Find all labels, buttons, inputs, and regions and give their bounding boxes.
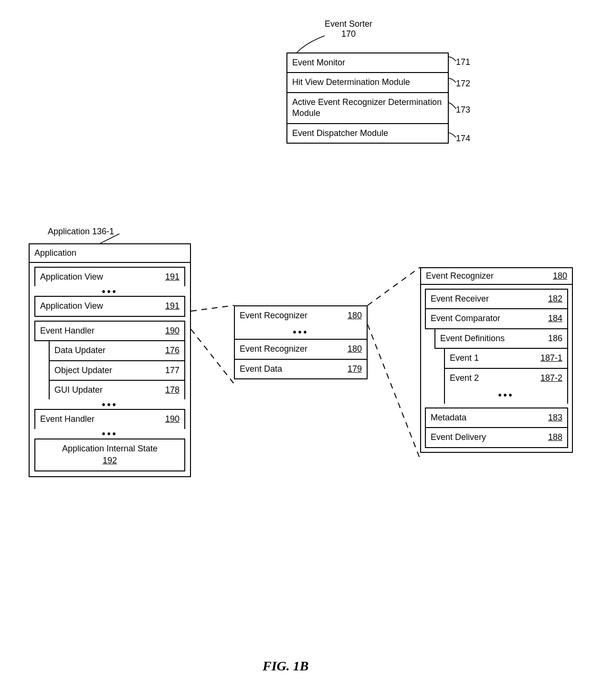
app-view-row-1: Application View 191 bbox=[34, 267, 185, 287]
app-view-2-ref: 191 bbox=[165, 301, 180, 312]
er-inner: Event Receiver 182 Event Comparator 184 … bbox=[421, 289, 572, 452]
active-recognizer-row: Active Event Recognizer Determination Mo… bbox=[286, 92, 449, 124]
app-view-row-2: Application View 191 bbox=[34, 296, 185, 316]
application-stack: Application View 191 ••• Application Vie… bbox=[30, 267, 190, 476]
event-sorter-ref-text: 170 bbox=[325, 29, 372, 39]
event-handler-label: Event Handler bbox=[40, 325, 95, 336]
app-view-1-label: Application View bbox=[40, 272, 103, 282]
vd-rec-1-ref: 180 bbox=[348, 310, 362, 321]
vd-data-label: Event Data bbox=[240, 364, 282, 375]
leader-171 bbox=[449, 57, 456, 61]
er-e1-label: Event 1 bbox=[450, 353, 479, 364]
ellipsis-icon: ••• bbox=[498, 390, 514, 401]
er-comparator: Event Comparator 184 bbox=[425, 308, 568, 329]
er-header: Event Recognizer 180 bbox=[421, 268, 572, 285]
er-event-1: Event 1 187-1 bbox=[444, 348, 568, 368]
er-receiver: Event Receiver 182 bbox=[425, 289, 568, 309]
vd-event-data: Event Data 179 bbox=[234, 359, 368, 379]
data-updater-ref: 176 bbox=[165, 345, 180, 356]
vd-recognizer-2: Event Recognizer 180 bbox=[234, 339, 368, 359]
dash-er-bottom bbox=[368, 324, 420, 459]
ellipsis-icon: ••• bbox=[102, 399, 117, 410]
er-comparator-label: Event Comparator bbox=[431, 313, 500, 324]
diagram-canvas: Event Sorter 170 Event Monitor Hit View … bbox=[10, 10, 582, 687]
event-handler-ref: 190 bbox=[165, 325, 180, 336]
figure-caption: FIG. 1B bbox=[263, 658, 308, 674]
event-handler-2-ref: 190 bbox=[165, 414, 180, 425]
app-view-2-label: Application View bbox=[40, 301, 103, 312]
er-e2-label: Event 2 bbox=[450, 373, 479, 384]
ref-171: 171 bbox=[456, 57, 470, 67]
ellipsis-icon: ••• bbox=[293, 327, 308, 338]
event-monitor-row: Event Monitor bbox=[286, 52, 449, 73]
er-receiver-label: Event Receiver bbox=[431, 293, 489, 304]
er-e2-ref: 187-2 bbox=[540, 373, 562, 384]
event-handler-2-label: Event Handler bbox=[40, 414, 95, 425]
event-recognizer-box: Event Recognizer 180 Event Receiver 182 … bbox=[420, 267, 573, 453]
vd-data-ref: 179 bbox=[348, 364, 362, 375]
event-sorter-box: Event Monitor Hit View Determination Mod… bbox=[286, 52, 449, 144]
object-updater-ref: 177 bbox=[165, 365, 180, 376]
ellipsis-icon: ••• bbox=[102, 428, 117, 439]
event-sorter-title-text: Event Sorter bbox=[325, 19, 372, 29]
er-ref: 180 bbox=[553, 271, 567, 281]
event-handler-row: Event Handler 190 bbox=[34, 321, 185, 341]
object-updater-row: Object Updater 177 bbox=[49, 360, 185, 381]
leader-173 bbox=[449, 103, 456, 109]
gui-updater-ref: 178 bbox=[165, 385, 180, 396]
app-view-ellipsis: ••• bbox=[34, 286, 185, 297]
application-ext-label: Application 136-1 bbox=[48, 227, 114, 237]
internal-state-row: Application Internal State 192 bbox=[34, 439, 185, 471]
er-comparator-ref: 184 bbox=[548, 313, 562, 324]
eh-ellipsis-2: ••• bbox=[34, 429, 185, 439]
gui-updater-label: GUI Updater bbox=[54, 385, 103, 396]
vd-rec-1-label: Event Recognizer bbox=[240, 310, 307, 321]
app-view-1-ref: 191 bbox=[165, 272, 180, 282]
vd-ellipsis: ••• bbox=[234, 325, 368, 340]
er-receiver-ref: 182 bbox=[548, 293, 562, 304]
er-delivery: Event Delivery 188 bbox=[425, 427, 568, 448]
internal-state-ref: 192 bbox=[103, 455, 117, 466]
er-title: Event Recognizer bbox=[426, 271, 494, 281]
vd-recognizer-1: Event Recognizer 180 bbox=[234, 305, 368, 326]
dash-er-top bbox=[368, 267, 420, 305]
eh-ellipsis-1: ••• bbox=[34, 399, 185, 410]
er-defs-label: Event Definitions bbox=[440, 333, 505, 344]
object-updater-label: Object Updater bbox=[54, 365, 112, 376]
application-header: Application bbox=[30, 244, 190, 263]
active-recognizer-label: Active Event Recognizer Determination Mo… bbox=[292, 97, 443, 119]
leader-172 bbox=[449, 78, 456, 83]
dash-appview-bottom bbox=[191, 329, 234, 384]
ref-174: 174 bbox=[456, 134, 470, 144]
er-defs-ref: 186 bbox=[548, 333, 562, 344]
er-event-2: Event 2 187-2 bbox=[444, 368, 568, 388]
er-meta-label: Metadata bbox=[431, 412, 466, 423]
er-metadata: Metadata 183 bbox=[425, 407, 568, 428]
event-sorter-label: Event Sorter 170 bbox=[325, 19, 372, 39]
ref-173: 173 bbox=[456, 105, 470, 115]
event-handler-row-2: Event Handler 190 bbox=[34, 409, 185, 429]
application-box: Application Application View 191 ••• App… bbox=[29, 243, 191, 477]
gui-updater-row: GUI Updater 178 bbox=[49, 380, 185, 400]
er-meta-ref: 183 bbox=[548, 412, 562, 423]
dispatcher-label: Event Dispatcher Module bbox=[292, 128, 388, 139]
hit-view-row: Hit View Determination Module bbox=[286, 72, 449, 93]
view-detail-box: Event Recognizer 180 ••• Event Recognize… bbox=[234, 305, 368, 379]
ref-172: 172 bbox=[456, 79, 470, 89]
internal-state-label: Application Internal State bbox=[62, 443, 158, 454]
leader-174 bbox=[449, 133, 456, 137]
er-e1-ref: 187-1 bbox=[540, 353, 562, 364]
hit-view-label: Hit View Determination Module bbox=[292, 77, 410, 88]
leader-event-sorter bbox=[296, 36, 325, 53]
er-delivery-ref: 188 bbox=[548, 432, 562, 443]
dash-appview-top bbox=[191, 305, 234, 311]
er-definitions: Event Definitions 186 bbox=[434, 328, 568, 349]
event-monitor-label: Event Monitor bbox=[292, 57, 345, 68]
data-updater-row: Data Updater 176 bbox=[49, 340, 185, 361]
vd-rec-2-ref: 180 bbox=[348, 344, 362, 355]
er-defs-ellipsis: ••• bbox=[444, 387, 568, 404]
ellipsis-icon: ••• bbox=[102, 286, 117, 297]
dispatcher-row: Event Dispatcher Module bbox=[286, 123, 449, 144]
vd-rec-2-label: Event Recognizer bbox=[240, 344, 307, 355]
data-updater-label: Data Updater bbox=[54, 345, 106, 356]
